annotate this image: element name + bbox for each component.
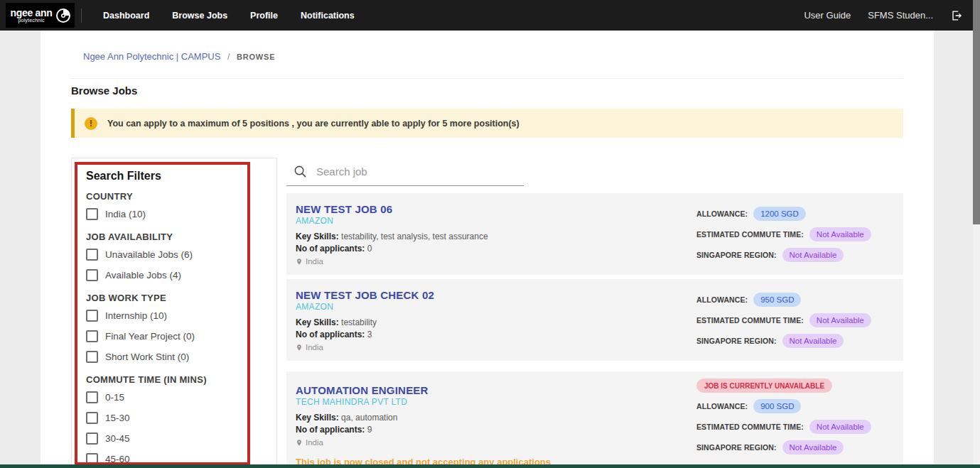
region-row: SINGAPORE REGION: Not Available: [696, 248, 889, 262]
allowance-chip: 1200 SGD: [753, 207, 806, 221]
allowance-chip: 900 SGD: [753, 399, 801, 413]
nav-divider: [81, 9, 82, 23]
job-company: AMAZON: [296, 216, 696, 227]
search-input[interactable]: Search job: [316, 165, 367, 178]
location-pin-icon: [296, 438, 303, 447]
breadcrumb-link[interactable]: Ngee Ann Polytechnic | CAMPUS: [83, 51, 220, 62]
nav-item-profile[interactable]: Profile: [250, 11, 278, 21]
header-divider: [71, 78, 903, 79]
job-key-skills: Key Skills: qa, automation: [296, 413, 696, 423]
warning-icon: !: [85, 117, 97, 130]
job-card[interactable]: NEW TEST JOB 06 AMAZON Key Skills: testa…: [286, 193, 903, 275]
commute-chip: Not Available: [809, 227, 871, 241]
search-filters-panel: Search Filters COUNTRY India (10) JOB AV…: [71, 158, 277, 468]
job-location: India: [296, 437, 696, 448]
job-applicants: No of applicants: 3: [296, 330, 696, 340]
commute-chip: Not Available: [809, 313, 871, 327]
job-key-skills: Key Skills: testability: [296, 317, 696, 328]
page-scrollbar[interactable]: [973, 0, 980, 468]
commute-row: ESTIMATED COMMUTE TIME: Not Available: [696, 227, 889, 241]
top-navbar: ngee ann polytechnic Dashboard Browse Jo…: [0, 0, 973, 31]
nav-item-browse-jobs[interactable]: Browse Jobs: [172, 11, 227, 21]
max-positions-alert: ! You can apply to a maximum of 5 positi…: [71, 109, 903, 138]
breadcrumb-separator: /: [227, 52, 230, 62]
job-title[interactable]: AUTOMATION ENGINEER: [296, 384, 696, 397]
job-search-bar[interactable]: Search job: [286, 158, 903, 186]
scrollbar-thumb[interactable]: [973, 0, 980, 224]
job-location: India: [296, 256, 696, 267]
logo-text-line2: polytechnic: [10, 18, 52, 23]
region-chip: Not Available: [782, 334, 844, 348]
search-underline: [286, 185, 524, 186]
job-applicants: No of applicants: 0: [296, 244, 696, 254]
job-card[interactable]: AUTOMATION ENGINEER TECH MAHINDRA PVT LT…: [286, 371, 903, 468]
job-company: AMAZON: [296, 302, 696, 312]
region-chip: Not Available: [782, 440, 844, 455]
main-surface: Ngee Ann Polytechnic | CAMPUS / BROWSE B…: [41, 31, 934, 468]
bottom-window-edge: [0, 464, 980, 468]
annotation-red-box: [75, 162, 250, 465]
account-menu[interactable]: SFMS Studen...: [868, 10, 933, 21]
job-location: India: [296, 342, 696, 353]
logout-icon[interactable]: [950, 9, 963, 22]
job-company: TECH MAHINDRA PVT LTD: [296, 397, 696, 408]
location-pin-icon: [296, 343, 303, 352]
user-guide-link[interactable]: User Guide: [804, 10, 851, 21]
allowance-row: ALLOWANCE: 1200 SGD: [696, 207, 889, 221]
region-chip: Not Available: [782, 248, 844, 262]
job-title[interactable]: NEW TEST JOB 06: [296, 203, 696, 216]
commute-row: ESTIMATED COMMUTE TIME: Not Available: [696, 420, 889, 434]
job-card[interactable]: NEW TEST JOB CHECK 02 AMAZON Key Skills:…: [286, 279, 903, 361]
search-icon: [294, 165, 307, 178]
job-key-skills: Key Skills: testability, test analysis, …: [296, 232, 696, 242]
breadcrumb: Ngee Ann Polytechnic | CAMPUS / BROWSE: [83, 51, 275, 62]
commute-row: ESTIMATED COMMUTE TIME: Not Available: [696, 313, 889, 327]
logo-emblem-icon: [56, 9, 70, 23]
nav-item-notifications[interactable]: Notifications: [301, 11, 355, 21]
logo-text-line1: ngee ann: [10, 8, 52, 18]
nav-item-dashboard[interactable]: Dashboard: [103, 11, 149, 21]
location-pin-icon: [296, 257, 303, 266]
ngee-ann-logo[interactable]: ngee ann polytechnic: [6, 3, 75, 28]
allowance-chip: 950 SGD: [753, 293, 801, 307]
commute-chip: Not Available: [809, 420, 871, 434]
job-applicants: No of applicants: 9: [296, 425, 696, 435]
allowance-row: ALLOWANCE: 900 SGD: [696, 399, 889, 413]
job-title[interactable]: NEW TEST JOB CHECK 02: [296, 289, 696, 302]
breadcrumb-current: BROWSE: [237, 53, 275, 61]
region-row: SINGAPORE REGION: Not Available: [696, 440, 889, 455]
allowance-row: ALLOWANCE: 950 SGD: [696, 293, 889, 307]
region-row: SINGAPORE REGION: Not Available: [696, 334, 889, 348]
job-unavailable-badge: JOB IS CURRENTLY UNAVAILABLE: [696, 379, 832, 393]
page-title: Browse Jobs: [71, 85, 137, 97]
alert-text: You can apply to a maximum of 5 position…: [107, 119, 519, 129]
